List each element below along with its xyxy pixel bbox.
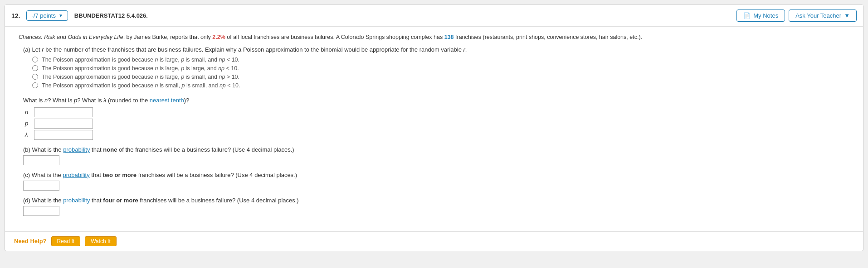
part-b-section: (b) What is the probability that none of…: [23, 146, 854, 165]
n-label: n: [25, 109, 32, 115]
ask-teacher-button[interactable]: Ask Your Teacher ▼: [789, 10, 857, 22]
need-help-bar: Need Help? Read It Watch It: [5, 231, 863, 251]
watch-it-button[interactable]: Watch It: [85, 236, 117, 246]
n-input[interactable]: [34, 107, 93, 117]
page-container: 12. -/7 points ▼ BBUNDERSTAT12 5.4.026. …: [0, 0, 868, 268]
part-c-label: (c) What is the probability that two or …: [23, 172, 297, 178]
notes-icon: 📄: [743, 12, 751, 19]
percent-highlight: 2.2%: [212, 34, 225, 40]
part-d-section: (d) What is the probability that four or…: [23, 197, 854, 216]
radio-label-3: The Poisson approximation is good becaus…: [42, 74, 239, 80]
lambda-input[interactable]: [34, 130, 93, 140]
part-b-label: (b) What is the probability that none of…: [23, 146, 294, 153]
read-it-button[interactable]: Read It: [51, 236, 81, 246]
part-b-text: (b) What is the probability that none of…: [23, 146, 854, 153]
lambda-question: What is n? What is p? What is λ (rounded…: [23, 97, 854, 104]
p-label: p: [25, 120, 32, 127]
radio-input-1[interactable]: [32, 57, 38, 62]
question-header: 12. -/7 points ▼ BBUNDERSTAT12 5.4.026. …: [5, 5, 863, 27]
part-d-input[interactable]: [23, 206, 59, 216]
radio-input-3[interactable]: [32, 74, 38, 80]
radio-label-1: The Poisson approximation is good becaus…: [42, 57, 239, 63]
part-c-section: (c) What is the probability that two or …: [23, 172, 854, 191]
franchises-highlight: 138: [444, 34, 454, 40]
points-label: -/7 points: [31, 12, 55, 19]
my-notes-button[interactable]: 📄 My Notes: [736, 10, 785, 22]
need-help-label: Need Help?: [14, 238, 47, 244]
part-c-text: (c) What is the probability that two or …: [23, 172, 854, 178]
part-b-input[interactable]: [23, 155, 59, 165]
part-d-text: (d) What is the probability that four or…: [23, 197, 854, 204]
p-input[interactable]: [34, 119, 93, 129]
lambda-label: λ: [25, 131, 32, 138]
question-id: BBUNDERSTAT12 5.4.026.: [74, 12, 148, 19]
radio-input-2[interactable]: [32, 65, 38, 71]
part-d-label: (d) What is the probability that four or…: [23, 197, 299, 204]
radio-option-3: The Poisson approximation is good becaus…: [32, 74, 854, 80]
radio-label-2: The Poisson approximation is good becaus…: [42, 65, 239, 72]
radio-input-4[interactable]: [32, 82, 38, 88]
header-right: 📄 My Notes Ask Your Teacher ▼: [736, 10, 857, 22]
part-c-input[interactable]: [23, 181, 59, 191]
radio-option-1: The Poisson approximation is good becaus…: [32, 57, 854, 63]
radio-group-part-a: The Poisson approximation is good becaus…: [32, 57, 854, 89]
chevron-down-icon: ▼: [59, 13, 63, 18]
book-title: Chances: Risk and Odds in Everyday Life: [19, 34, 123, 40]
radio-option-2: The Poisson approximation is good becaus…: [32, 65, 854, 72]
notes-button-label: My Notes: [753, 12, 778, 19]
ask-teacher-label: Ask Your Teacher: [795, 12, 841, 19]
points-badge-button[interactable]: -/7 points ▼: [26, 10, 68, 21]
question-card: 12. -/7 points ▼ BBUNDERSTAT12 5.4.026. …: [5, 5, 863, 251]
header-left: 12. -/7 points ▼ BBUNDERSTAT12 5.4.026.: [11, 10, 148, 21]
chevron-down-icon-teacher: ▼: [844, 12, 850, 19]
intro-text: Chances: Risk and Odds in Everyday Life,…: [19, 33, 854, 42]
part-a-label: (a) Let r be the number of these franchi…: [23, 46, 854, 53]
question-number: 12.: [11, 12, 20, 19]
question-body: Chances: Risk and Odds in Everyday Life,…: [5, 27, 863, 229]
radio-label-4: The Poisson approximation is good becaus…: [42, 82, 240, 89]
radio-option-4: The Poisson approximation is good becaus…: [32, 82, 854, 89]
input-grid: n p λ: [25, 107, 854, 140]
